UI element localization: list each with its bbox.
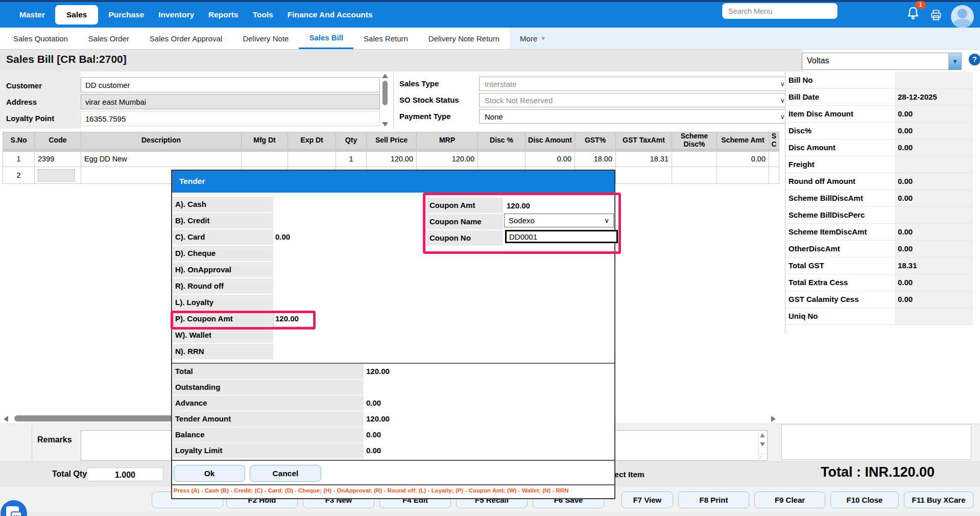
user-avatar[interactable]	[951, 5, 974, 28]
panel-row-item-disc-amount: Item Disc Amount0.00	[785, 106, 973, 123]
fn-button-f10-close[interactable]: F10 Close	[830, 491, 899, 508]
cell-code[interactable]	[35, 167, 81, 184]
tab-sales-order-approval[interactable]: Sales Order Approval	[139, 28, 233, 49]
cell-qty[interactable]: 1	[336, 150, 367, 167]
scroll-right-arrow[interactable]	[771, 416, 776, 422]
panel-value-cell[interactable]: 0.00	[895, 106, 973, 122]
fn-button-f8-print[interactable]: F8 Print	[678, 491, 749, 508]
code-input[interactable]	[38, 169, 75, 181]
tender-row-l-loyalty[interactable]: L). Loyalty	[173, 295, 273, 310]
nav-master[interactable]: Master	[12, 6, 52, 24]
panel-value-cell[interactable]: 0.00	[895, 173, 973, 190]
tender-row-d-cheque[interactable]: D). Cheque	[173, 246, 273, 261]
ok-button[interactable]: Ok	[174, 465, 245, 482]
tender-row-c-card[interactable]: C). Card	[173, 229, 273, 245]
summary-value: 0.00	[366, 398, 381, 407]
summary-value: 120.00	[366, 367, 390, 376]
so-stock-status-select[interactable]: Stock Not Reserved∨	[479, 93, 791, 107]
panel-value-cell[interactable]	[895, 156, 973, 173]
panel-row-disc-: Disc%0.00	[785, 123, 973, 139]
panel-value-cell[interactable]: 0.00	[895, 291, 973, 308]
tender-row-h-onapproval[interactable]: H). OnApproval	[173, 262, 273, 277]
tender-row-w-wallet[interactable]: W). Wallet	[173, 327, 273, 343]
nav-reports[interactable]: Reports	[201, 6, 246, 24]
tab-sales-return[interactable]: Sales Return	[353, 28, 418, 49]
cell-sell_price[interactable]: 120.00	[367, 150, 417, 167]
tender-row-n-rrn[interactable]: N). RRN	[173, 344, 273, 359]
tab-sales-order[interactable]: Sales Order	[78, 28, 139, 49]
nav-purchase[interactable]: Purchase	[101, 6, 151, 24]
cell-scheme_disc[interactable]	[672, 150, 717, 167]
cell-gst_tax[interactable]	[616, 167, 672, 184]
panel-row-bill-no: Bill No	[785, 72, 973, 89]
panel-value: 0.00	[898, 126, 913, 135]
cell-gst_pct[interactable]: 18.00	[575, 150, 616, 167]
sales-type-select[interactable]: Interstate∨	[479, 77, 791, 91]
payment-type-label: Payment Type	[399, 112, 451, 121]
panel-value-cell[interactable]	[895, 72, 973, 88]
cancel-button[interactable]: Cancel	[250, 465, 321, 482]
payment-type-select[interactable]: None∨	[479, 109, 791, 124]
cell-scheme_disc[interactable]	[672, 167, 717, 184]
panel-value-cell[interactable]: 0.00	[895, 190, 973, 206]
fn-button-f7-view[interactable]: F7 View	[622, 491, 673, 508]
panel-value-cell[interactable]: 0.00	[895, 241, 973, 257]
loyalty-point-input[interactable]: 16355.7595	[81, 111, 380, 126]
tab-sales-bill[interactable]: Sales Bill	[299, 28, 353, 49]
panel-row-otherdiscamt: OtherDiscAmt0.00	[785, 241, 973, 257]
company-select-arrow[interactable]: ▼	[948, 53, 961, 69]
panel-row-uniq-no: Uniq No	[785, 308, 973, 325]
cell-mfg[interactable]	[242, 150, 288, 167]
total-qty-input[interactable]: 1.000	[87, 467, 163, 481]
cell-sno[interactable]: 2	[3, 167, 35, 184]
tab-delivery-note[interactable]: Delivery Note	[232, 28, 299, 49]
panel-value-cell[interactable]	[895, 207, 973, 223]
panel-value-cell[interactable]	[895, 308, 973, 324]
company-select[interactable]: Voltas ▼	[802, 53, 962, 70]
address-input[interactable]: virar east Mumbai	[81, 94, 380, 109]
col-header-11: GST TaxAmt	[616, 132, 672, 150]
customer-input[interactable]: DD customer	[81, 77, 380, 92]
cell-sno[interactable]: 1	[3, 150, 35, 167]
tender-modal-header[interactable]: Tender	[172, 171, 614, 193]
cell-scheme_amt[interactable]: 0.00	[717, 150, 769, 167]
nav-sales[interactable]: Sales	[55, 5, 99, 25]
scroll-left-arrow[interactable]	[4, 416, 8, 422]
col-header-12: SchemeDisc%	[672, 132, 717, 150]
sales-type-label: Sales Type	[399, 79, 439, 88]
printer-icon[interactable]	[929, 9, 943, 22]
tender-row-r-round-off[interactable]: R). Round off	[173, 278, 273, 294]
nav-finance[interactable]: Finance And Accounts	[280, 6, 380, 24]
fn-button-f9-clear[interactable]: F9 Clear	[754, 491, 825, 508]
cell-exp[interactable]	[288, 150, 336, 167]
search-input[interactable]: Search Menu	[722, 3, 838, 19]
secondary-remarks-box[interactable]	[781, 424, 971, 460]
tender-row-a-cash[interactable]: A). Cash	[173, 197, 273, 212]
cell-description[interactable]: Egg DD New	[81, 150, 242, 167]
panel-value-cell[interactable]: 0.00	[895, 139, 973, 156]
panel-value-cell[interactable]: 0.00	[895, 224, 973, 240]
tab-sales-quotation[interactable]: Sales Quotation	[3, 28, 78, 49]
cell-code[interactable]: 2399	[35, 150, 81, 167]
cell-disc_amt[interactable]: 0.00	[525, 150, 575, 167]
cell-disc_pct[interactable]	[478, 150, 525, 167]
panel-value: 0.00	[898, 295, 913, 303]
tab-more[interactable]: More▼	[510, 28, 556, 49]
panel-value-cell[interactable]: 28-12-2025	[895, 89, 973, 105]
cell-mrp[interactable]: 120.00	[417, 150, 478, 167]
panel-value-cell[interactable]: 0.00	[895, 123, 973, 139]
col-header-2: Description	[81, 132, 242, 150]
tender-row-b-credit[interactable]: B). Credit	[173, 213, 273, 228]
summary-value: 0.00	[366, 430, 381, 439]
nav-inventory[interactable]: Inventory	[151, 6, 201, 24]
panel-value-cell[interactable]: 18.31	[895, 257, 973, 274]
customer-scrollbar[interactable]	[381, 73, 389, 128]
tab-delivery-note-return[interactable]: Delivery Note Return	[418, 28, 510, 49]
table-row-1[interactable]: 12399Egg DD New1120.00120.000.0018.0018.…	[3, 150, 779, 167]
cell-scheme_amt[interactable]	[717, 167, 769, 184]
cell-gst_tax[interactable]: 18.31	[616, 150, 672, 167]
fn-button-f11-buy-xcare[interactable]: F11 Buy XCare	[904, 491, 973, 508]
panel-value-cell[interactable]: 0.00	[895, 274, 973, 291]
nav-tools[interactable]: Tools	[246, 6, 280, 24]
help-icon[interactable]: ?	[969, 54, 980, 65]
